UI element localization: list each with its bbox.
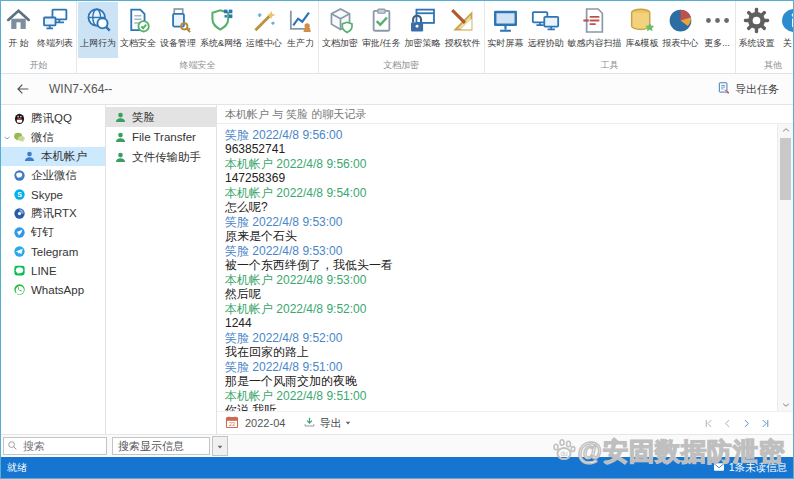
ribbon-item-label: 关 于	[783, 37, 793, 49]
settings-icon	[742, 4, 771, 37]
sidebar-list: 腾讯QQ微信本机帐户企业微信SSkype腾讯RTX钉钉TelegramLINEW…	[1, 105, 106, 434]
remote-assist-icon	[531, 4, 560, 37]
ribbon-group: 上网行为文档安全设备管理系统&网络运维中心生产力终端安全	[77, 1, 319, 73]
chat-message: 本机帐户 2022/4/8 9:54:00怎么呢?	[225, 186, 771, 214]
sidebar-item-local-account[interactable]: 本机帐户	[1, 147, 105, 166]
ribbon-item-productivity[interactable]: 生产力	[284, 2, 317, 58]
search-filter-caret-button[interactable]	[212, 436, 228, 456]
search-box[interactable]	[3, 437, 107, 455]
sidebar-item-label: LINE	[31, 265, 57, 277]
sidebar-item-wechat[interactable]: 微信	[1, 128, 105, 147]
user-green-icon	[114, 111, 127, 124]
page-last-button[interactable]	[760, 418, 771, 429]
message-text: 我在回家的路上	[225, 345, 771, 359]
expand-arrow-icon[interactable]	[1, 134, 13, 142]
ribbon-item-label: 文档加密	[322, 37, 358, 49]
sidebar-item-line[interactable]: LINE	[1, 261, 105, 280]
ribbon-group: 系统设置关 于其他	[736, 1, 793, 73]
message-sender-time: 笑脸 2022/4/8 9:51:00	[225, 360, 771, 374]
ribbon-group-label: 工具	[486, 58, 734, 73]
nav-toolbar: WIN7-X64-- 导出任务	[1, 74, 793, 105]
sys-network-icon	[207, 4, 236, 37]
caret-down-icon	[216, 437, 224, 455]
qq-icon	[13, 112, 29, 125]
page-next-button[interactable]	[741, 418, 752, 429]
message-sender-time: 笑脸 2022/4/8 9:53:00	[225, 244, 771, 258]
chat-header: 本机帐户 与 笑脸 的聊天记录	[217, 105, 793, 124]
ribbon-item-settings[interactable]: 系统设置	[737, 2, 777, 58]
scrollbar-thumb[interactable]	[780, 138, 791, 200]
search-filter-value: 搜索显示信息	[118, 439, 184, 454]
ribbon-item-auth-software[interactable]: 授权软件	[443, 2, 483, 58]
scroll-down-icon[interactable]	[781, 399, 791, 411]
sidebar-item-wecom[interactable]: 企业微信	[1, 166, 105, 185]
ribbon-item-about[interactable]: 关 于	[777, 2, 793, 58]
page-first-button[interactable]	[703, 418, 714, 429]
search-input[interactable]	[21, 439, 97, 453]
export-task-button[interactable]: 导出任务	[717, 81, 779, 97]
content-scan-icon	[580, 4, 609, 37]
svg-text:23: 23	[229, 421, 235, 427]
message-sender-time: 本机帐户 2022/4/8 9:51:00	[225, 389, 771, 403]
ribbon-item-home[interactable]: 开 始	[2, 2, 35, 58]
contact-label: 文件传输助手	[132, 150, 201, 165]
line-icon	[13, 264, 29, 277]
ribbon-item-label: 终端列表	[37, 37, 73, 49]
ribbon-item-approval-task[interactable]: 审批/任务	[360, 2, 403, 58]
home-icon	[4, 4, 33, 37]
caret-down-icon	[344, 417, 352, 429]
chat-message: 笑脸 2022/4/8 9:51:00那是一个风雨交加的夜晚	[225, 360, 771, 388]
contact-item[interactable]: 笑脸	[106, 107, 216, 127]
page-prev-button[interactable]	[722, 418, 733, 429]
ribbon-item-ops-center[interactable]: 运维中心	[244, 2, 284, 58]
ribbon-group: 文档加密审批/任务加密策略授权软件文档加密	[319, 1, 485, 73]
sidebar-item-label: WhatsApp	[31, 284, 84, 296]
envelope-icon	[713, 461, 725, 475]
ribbon-item-label: 系统设置	[739, 37, 775, 49]
pagination	[703, 418, 771, 429]
message-text: 被一个东西绊倒了，我低头一看	[225, 258, 771, 272]
contact-item[interactable]: 文件传输助手	[106, 147, 216, 167]
message-sender-time: 本机帐户 2022/4/8 9:54:00	[225, 186, 771, 200]
contact-item[interactable]: File Transfer	[106, 127, 216, 147]
ribbon-item-doc-encrypt[interactable]: 文档加密	[320, 2, 360, 58]
chat-footer: 23 2022-04 导出	[217, 411, 793, 434]
back-button[interactable]	[15, 81, 31, 97]
ribbon-item-web-behavior[interactable]: 上网行为	[78, 2, 118, 58]
ribbon-item-doc-security[interactable]: 文档安全	[118, 2, 158, 58]
chat-scrollbar[interactable]	[777, 124, 793, 411]
skype-icon: S	[13, 188, 29, 201]
sidebar-item-skype[interactable]: SSkype	[1, 185, 105, 204]
unread-label: 1条未读信息	[729, 461, 787, 475]
sidebar-item-whatsapp[interactable]: WhatsApp	[1, 280, 105, 299]
ribbon-item-lib-template[interactable]: 库&模板	[624, 2, 661, 58]
sidebar-item-telegram[interactable]: Telegram	[1, 242, 105, 261]
ribbon-item-more[interactable]: 更多...	[701, 2, 734, 58]
ribbon-item-remote-assist[interactable]: 远程协助	[526, 2, 566, 58]
message-sender-time: 笑脸 2022/4/8 9:56:00	[225, 128, 771, 142]
search-filter-dropdown[interactable]: 搜索显示信息	[112, 437, 210, 455]
sidebar-item-label: 本机帐户	[41, 149, 87, 164]
sidebar-item-qq[interactable]: 腾讯QQ	[1, 109, 105, 128]
ribbon-item-content-scan[interactable]: 敏感内容扫描	[566, 2, 624, 58]
month-label[interactable]: 2022-04	[245, 417, 285, 429]
ribbon-item-label: 设备管理	[160, 37, 196, 49]
more-icon	[703, 4, 732, 37]
sidebar-item-dingtalk[interactable]: 钉钉	[1, 223, 105, 242]
search-bar: 搜索显示信息	[1, 434, 793, 457]
export-button[interactable]: 导出	[303, 416, 352, 431]
ribbon-item-realtime-screen[interactable]: 实时屏幕	[486, 2, 526, 58]
sidebar-item-rtx[interactable]: 腾讯RTX	[1, 204, 105, 223]
ribbon-item-report-center[interactable]: 报表中心	[661, 2, 701, 58]
ribbon-item-encrypt-policy[interactable]: 加密策略	[403, 2, 443, 58]
calendar-icon[interactable]: 23	[225, 415, 239, 431]
ribbon-group-label: 开始	[2, 58, 75, 73]
whatsapp-icon	[13, 283, 29, 296]
ops-center-icon	[250, 4, 279, 37]
ribbon-item-sys-network[interactable]: 系统&网络	[198, 2, 244, 58]
scroll-up-icon[interactable]	[781, 124, 791, 136]
ribbon-item-device-mgmt[interactable]: 设备管理	[158, 2, 198, 58]
app-window: 开 始终端列表开始上网行为文档安全设备管理系统&网络运维中心生产力终端安全文档加…	[0, 0, 794, 479]
unread-messages[interactable]: 1条未读信息	[713, 461, 787, 475]
ribbon-item-terminal-list[interactable]: 终端列表	[35, 2, 75, 58]
